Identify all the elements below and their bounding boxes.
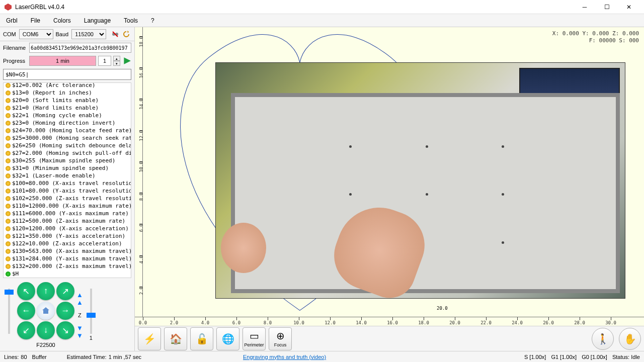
statusbar: Lines: 80 Buffer Estimated Time: 1 min ,… <box>0 351 644 362</box>
coordinates-readout: X: 0.000 Y: 0.000 Z: 0.000 F: 00000 S: 0… <box>552 30 639 44</box>
param-line: $121=350.000 (Y-axis acceleration) <box>4 232 131 240</box>
param-line: $120=1200.000 (X-axis acceleration) <box>4 225 131 232</box>
param-line: $20=0 (Soft limits enable) <box>4 97 131 104</box>
command-input[interactable] <box>3 69 131 80</box>
jog-se[interactable]: ↘ <box>56 321 74 339</box>
hold-button[interactable]: ✋ <box>619 328 641 350</box>
param-list[interactable]: $11=0.010 (Junction deviation)$12=0.002 … <box>3 82 131 278</box>
z-down[interactable]: ▼▼ <box>76 324 83 339</box>
preview-canvas[interactable]: X: 0.000 Y: 0.000 Z: 0.000 F: 00000 S: 0… <box>135 27 644 326</box>
bottom-toolbar: ⚡ 🏠 🔓 🌐 ▭Perimeter ⊕Focus 🚶 ✋ <box>135 326 644 351</box>
passes-input[interactable] <box>98 56 111 66</box>
jog-feed-label: F22500 <box>36 342 55 348</box>
com-select[interactable]: COM6 <box>19 29 54 39</box>
passes-down[interactable]: ▾ <box>113 61 120 66</box>
param-line: $112=500.000 (Z-axis maximum rate) <box>4 217 131 225</box>
play-button[interactable] <box>122 56 131 65</box>
param-line: $23=0 (Homing direction invert) <box>4 119 131 127</box>
jog-sw[interactable]: ↙ <box>17 321 35 339</box>
param-line: $102=250.000 (Z-axis travel resoluti… <box>4 195 131 202</box>
jog-step-slider[interactable] <box>3 289 15 342</box>
param-line: $21=0 (Hard limits enable) <box>4 104 131 112</box>
baud-label: Baud <box>55 31 68 37</box>
perimeter-icon: ▭ <box>250 330 259 342</box>
jog-speed-slider[interactable]: 1 <box>85 289 97 342</box>
param-line: $27=2.000 (Homing switch pull-off di… <box>4 149 131 157</box>
resume-button[interactable]: 🚶 <box>592 328 614 350</box>
jog-home[interactable] <box>37 302 55 320</box>
jog-w[interactable]: ← <box>17 302 35 320</box>
status-link[interactable]: Engraving myths and truth (video) <box>243 354 326 360</box>
param-line: $100=80.000 (X-axis travel resolutio… <box>4 179 131 187</box>
target-icon: ⊕ <box>276 330 285 342</box>
filename-input[interactable] <box>29 43 131 53</box>
menu-grbl[interactable]: Grbl <box>4 16 20 26</box>
walk-icon: 🚶 <box>597 333 609 345</box>
param-line: $26=250 (Homing switch debounce dela… <box>4 142 131 149</box>
baud-select[interactable]: 115200 <box>71 29 106 39</box>
param-line: $22=1 (Homing cycle enable) <box>4 112 131 119</box>
param-line: $24=70.000 (Homing locate feed rate) <box>4 127 131 134</box>
param-line: $131=284.000 (Y-axis maximum travel) <box>4 255 131 262</box>
app-icon <box>4 3 12 11</box>
menu-colors[interactable]: Colors <box>51 16 73 26</box>
progress-label: Progress <box>3 58 27 64</box>
param-line: $12=0.002 (Arc tolerance) <box>4 82 131 89</box>
jog-nw[interactable]: ↖ <box>17 282 35 300</box>
param-line: $122=10.000 (Z-axis acceleration) <box>4 240 131 247</box>
progress-bar: 1 min <box>29 56 96 66</box>
photo-overlay <box>215 62 625 299</box>
z-label: Z <box>78 312 82 318</box>
globe-icon: 🌐 <box>222 333 234 345</box>
param-line: $101=80.000 (Y-axis travel resolutio… <box>4 187 131 195</box>
passes-up[interactable]: ▴ <box>113 56 120 61</box>
param-line: $25=3000.000 (Homing search seek rat… <box>4 134 131 142</box>
ruler-horizontal: 0.02.04.06.08.010.012.014.016.018.020.02… <box>135 317 644 326</box>
param-line: $111=6000.000 (Y-axis maximum rate) <box>4 210 131 217</box>
hand-icon: ✋ <box>624 333 636 345</box>
menu-help[interactable]: ? <box>149 16 156 26</box>
ruler-vertical: 18.016.014.012.010.08.06.04.02.0 <box>135 27 143 317</box>
param-line: $31=0 (Minimum spindle speed) <box>4 164 131 172</box>
jog-ne[interactable]: ↗ <box>56 282 74 300</box>
param-line: $13=0 (Report in inches) <box>4 89 131 97</box>
param-line: $30=255 (Maximum spindle speed) <box>4 157 131 164</box>
jog-s[interactable]: ↓ <box>37 321 55 339</box>
param-line: $110=12000.000 (X-axis maximum rate) <box>4 202 131 210</box>
jog-e[interactable]: → <box>56 302 74 320</box>
reset-icon[interactable] <box>121 29 131 39</box>
jog-n[interactable]: ↑ <box>37 282 55 300</box>
menu-tools[interactable]: Tools <box>122 16 140 26</box>
param-line: $H <box>4 270 131 278</box>
left-panel: COM COM6 Baud 115200 Filename Progress 1… <box>0 27 135 351</box>
unlock-button[interactable]: 🔓 <box>190 327 213 350</box>
focus-button[interactable]: ⊕Focus <box>269 327 292 350</box>
close-button[interactable]: ✕ <box>618 0 640 14</box>
globe-button[interactable]: 🌐 <box>216 327 239 350</box>
perimeter-button[interactable]: ▭Perimeter <box>243 327 266 350</box>
titlebar: LaserGRBL v4.0.4 ─ ☐ ✕ <box>0 0 644 14</box>
menu-language[interactable]: Language <box>82 16 113 26</box>
canvas-area: X: 0.000 Y: 0.000 Z: 0.000 F: 00000 S: 0… <box>135 27 644 351</box>
lock-icon: 🔓 <box>196 333 208 345</box>
z-up[interactable]: ▲▲ <box>76 291 83 306</box>
lightning-icon: ⚡ <box>143 333 156 345</box>
minimize-button[interactable]: ─ <box>574 0 596 14</box>
param-line: $132=200.000 (Z-axis maximum travel) <box>4 262 131 270</box>
home-button[interactable]: 🏠 <box>164 327 187 350</box>
com-label: COM <box>3 31 16 37</box>
menu-file[interactable]: File <box>29 16 42 26</box>
menubar: Grbl File Colors Language Tools ? <box>0 14 644 27</box>
filename-label: Filename <box>3 45 27 51</box>
run-button[interactable]: ⚡ <box>138 327 161 350</box>
house-icon: 🏠 <box>170 333 182 345</box>
disconnect-icon[interactable] <box>110 29 120 39</box>
maximize-button[interactable]: ☐ <box>596 0 618 14</box>
window-title: LaserGRBL v4.0.4 <box>15 4 574 11</box>
param-line: $130=563.000 (X-axis maximum travel) <box>4 247 131 255</box>
param-line: $32=1 (Laser-mode enable) <box>4 172 131 179</box>
